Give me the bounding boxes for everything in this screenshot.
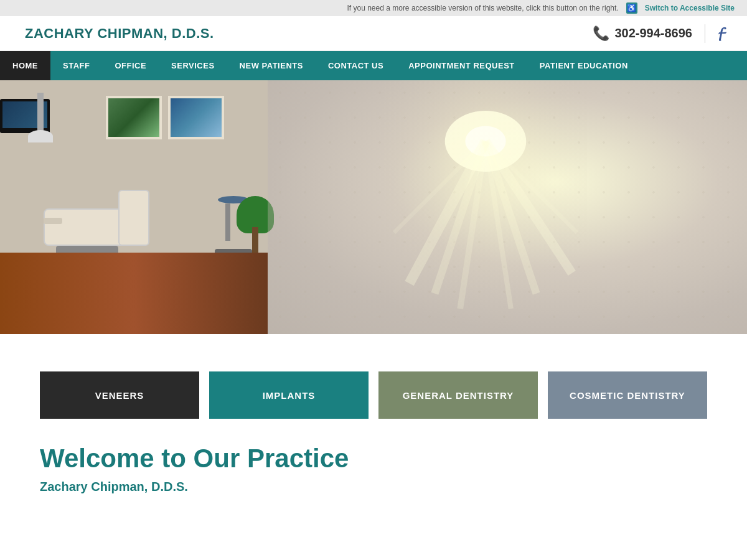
nav-item-home[interactable]: HOME xyxy=(0,51,50,80)
chair-base xyxy=(56,246,118,258)
hero-room xyxy=(0,80,268,334)
header-divider xyxy=(705,24,705,43)
nav-item-staff[interactable]: STAFF xyxy=(50,51,102,80)
welcome-section: Welcome to Our Practice Zachary Chipman,… xyxy=(0,419,747,506)
accessible-site-link[interactable]: Switch to Accessible Site xyxy=(645,4,735,12)
service-cosmetic-dentistry[interactable]: COSMETIC DENTISTRY xyxy=(548,371,707,419)
service-general-dentistry[interactable]: GENERAL DENTISTRY xyxy=(378,371,538,419)
hero-banner xyxy=(0,80,747,334)
nav-item-contact-us[interactable]: CONTACT US xyxy=(316,51,396,80)
chair-back xyxy=(118,190,149,246)
wall-frame-1 xyxy=(106,96,162,139)
main-navigation: HOME STAFF OFFICE SERVICES NEW PATIENTS … xyxy=(0,51,747,80)
phone-number[interactable]: 302-994-8696 xyxy=(614,26,692,40)
phone-icon: 📞 xyxy=(593,26,609,42)
service-cosmetic-label: COSMETIC DENTISTRY xyxy=(570,390,685,401)
phone-area: 📞 302-994-8696 xyxy=(593,26,692,42)
top-bar: If you need a more accessible version of… xyxy=(0,0,747,16)
wall-frame-2 xyxy=(168,96,224,139)
header-right: 📞 302-994-8696 𝓯 xyxy=(593,24,722,43)
accessibility-info-text: If you need a more accessible version of… xyxy=(347,4,618,12)
frame2-image xyxy=(171,98,222,137)
welcome-title: Welcome to Our Practice xyxy=(40,444,707,474)
site-title[interactable]: ZACHARY CHIPMAN, D.D.S. xyxy=(25,26,214,42)
service-veneers-label: VENEERS xyxy=(95,390,144,401)
facebook-icon[interactable]: 𝓯 xyxy=(718,24,722,43)
sun-rays-svg xyxy=(330,80,641,334)
chair-armrest xyxy=(44,218,62,224)
service-implants[interactable]: IMPLANTS xyxy=(209,371,369,419)
wheelchair-icon: ♿ xyxy=(626,2,637,14)
header: ZACHARY CHIPMAN, D.D.S. 📞 302-994-8696 𝓯 xyxy=(0,16,747,51)
service-general-label: GENERAL DENTISTRY xyxy=(403,390,514,401)
welcome-subtitle: Zachary Chipman, D.D.S. xyxy=(40,480,707,494)
stool-pole xyxy=(225,203,230,241)
nav-item-new-patients[interactable]: NEW PATIENTS xyxy=(227,51,316,80)
overhead-light xyxy=(37,93,44,142)
nav-item-appointment-request[interactable]: APPOINTMENT REQUEST xyxy=(396,51,527,80)
services-row: VENEERS IMPLANTS GENERAL DENTISTRY COSME… xyxy=(0,371,747,419)
nav-item-patient-education[interactable]: PATIENT EDUCATION xyxy=(527,51,641,80)
nav-item-services[interactable]: SERVICES xyxy=(159,51,227,80)
hero-decorative xyxy=(268,80,747,334)
svg-rect-10 xyxy=(384,80,587,334)
service-implants-label: IMPLANTS xyxy=(263,390,316,401)
dental-chair xyxy=(19,171,156,258)
service-veneers[interactable]: VENEERS xyxy=(40,371,199,419)
nav-item-office[interactable]: OFFICE xyxy=(102,51,159,80)
chair-body xyxy=(44,208,131,246)
plant-trunk xyxy=(252,227,258,258)
spacer xyxy=(0,334,747,371)
frame1-image xyxy=(108,98,159,137)
